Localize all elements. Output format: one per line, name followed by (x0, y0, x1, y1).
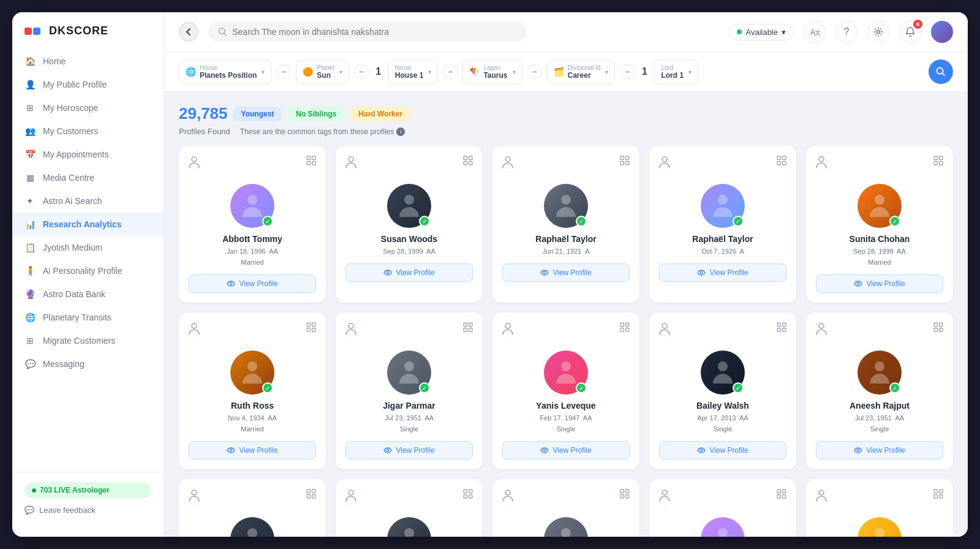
avatar-wrap (544, 517, 588, 537)
results-count: 29,785 (179, 104, 228, 123)
svg-rect-71 (934, 323, 938, 327)
eye-icon (227, 281, 235, 287)
view-profile-button[interactable]: View Profile (816, 441, 943, 460)
profile-card: ··· ✓ (649, 146, 796, 303)
svg-point-26 (561, 195, 571, 205)
view-profile-button[interactable]: View Profile (659, 263, 786, 282)
grid-expand-icon[interactable] (306, 322, 316, 334)
svg-rect-93 (626, 495, 630, 499)
svg-rect-16 (469, 156, 473, 160)
sidebar-item-planetary[interactable]: 🌐 Planetary Transits (12, 306, 164, 329)
content-area: 29,785 Youngest No Siblings Hard Worker … (164, 92, 968, 537)
search-button[interactable] (929, 59, 953, 84)
main-content: Available ▾ A 文 ? (164, 12, 968, 537)
grid-expand-icon[interactable] (306, 156, 316, 167)
sidebar-item-jyotish[interactable]: 📋 Jyotish Medium (12, 236, 164, 259)
verify-badge: ✓ (576, 216, 587, 227)
grid-expand-icon[interactable] (463, 156, 473, 167)
tag-youngest[interactable]: Youngest (233, 107, 283, 121)
svg-point-13 (230, 282, 233, 285)
sidebar-item-research-analytics[interactable]: 📊 Research Analytics (12, 213, 164, 236)
svg-point-69 (701, 449, 703, 452)
sidebar-item-home[interactable]: 🏠 Home (12, 50, 164, 73)
house-minus-btn[interactable]: − (276, 64, 291, 79)
user-avatar[interactable] (931, 21, 953, 43)
help-icon-btn[interactable]: ? (835, 21, 858, 43)
lord-filter-text: Lord Lord 1 (661, 64, 684, 80)
sidebar-item-messaging[interactable]: 💬 Messaging (12, 352, 164, 376)
svg-point-82 (247, 528, 257, 537)
sidebar-item-astro-data[interactable]: 🔮 Astro Data Bank (12, 282, 164, 306)
grid-expand-icon[interactable] (777, 489, 786, 501)
grid-expand-icon[interactable] (777, 156, 786, 167)
view-profile-button[interactable]: View Profile (189, 274, 316, 293)
avatar-wrap: ✓ (858, 184, 902, 228)
svg-point-101 (819, 490, 824, 495)
feedback-item[interactable]: 💬 Leave feedback (24, 505, 151, 515)
svg-rect-44 (312, 323, 316, 327)
back-button[interactable] (179, 22, 198, 42)
grid-expand-icon[interactable] (933, 322, 943, 334)
view-profile-button[interactable]: View Profile (502, 263, 630, 282)
grid-expand-icon[interactable] (463, 322, 473, 334)
translate-icon-btn[interactable]: A 文 (804, 21, 826, 43)
live-astrologer-badge[interactable]: 703 LIVE Astrologer (24, 482, 151, 498)
planet-minus-btn[interactable]: − (354, 64, 369, 79)
grid-expand-icon[interactable] (777, 322, 786, 334)
planet-filter-chevron: ▾ (339, 69, 342, 75)
sidebar-item-public-profile[interactable]: 👤 My Public Profile (12, 73, 164, 96)
svg-point-95 (662, 490, 667, 495)
house2-filter[interactable]: house House 1 ▾ (388, 60, 439, 84)
grid-expand-icon[interactable] (620, 156, 630, 167)
results-row: 29,785 Youngest No Siblings Hard Worker (179, 104, 953, 123)
view-profile-button[interactable]: View Profile (502, 441, 630, 460)
divisional-filter-bottom: Career (568, 71, 601, 80)
view-profile-button[interactable]: View Profile (816, 274, 943, 293)
grid-expand-icon[interactable] (933, 489, 943, 501)
settings-icon-btn[interactable] (867, 21, 889, 43)
profile-name: Jigar Parmar (383, 401, 435, 411)
grid-expand-icon[interactable] (306, 489, 316, 501)
svg-rect-64 (777, 323, 781, 327)
grid-expand-icon[interactable] (620, 489, 630, 501)
sidebar-item-customers[interactable]: 👥 My Customers (12, 119, 164, 143)
view-profile-button[interactable]: View Profile (345, 441, 473, 460)
sidebar-item-astro-ai[interactable]: ✦ Astro Ai Search (12, 189, 164, 213)
lagan-filter-bottom: Taurus (483, 71, 507, 80)
lagan-filter[interactable]: 🪁 Lagan Taurus ▾ (462, 60, 522, 84)
divisional-filter[interactable]: 🗂️ Divisional Id Career ▾ (547, 60, 616, 84)
divisional-minus-btn[interactable]: − (620, 64, 635, 79)
profile-card: ··· ✓ (179, 146, 326, 303)
profile-card: ··· ✓ (806, 146, 953, 303)
tag-siblings[interactable]: No Siblings (287, 107, 345, 121)
eye-icon (697, 447, 706, 453)
view-profile-button[interactable]: View Profile (345, 263, 473, 282)
available-status[interactable]: Available ▾ (729, 24, 794, 40)
sidebar-item-appointments[interactable]: 📅 My Appointments (12, 143, 164, 166)
search-input[interactable] (232, 27, 517, 37)
svg-point-41 (858, 282, 860, 285)
notification-icon-btn[interactable]: 9 (899, 21, 921, 43)
sidebar-item-ai-personality[interactable]: 🧍 Ai Personality Profile (12, 259, 164, 282)
eye-icon (540, 447, 549, 453)
view-profile-button[interactable]: View Profile (189, 441, 316, 460)
lagan-minus-btn[interactable]: − (527, 64, 542, 79)
view-profile-button[interactable]: View Profile (659, 441, 786, 460)
svg-point-61 (561, 362, 571, 371)
data-icon: 🔮 (24, 289, 36, 300)
eye-icon (227, 447, 235, 453)
tag-worker[interactable]: Hard Worker (350, 107, 411, 121)
grid-expand-icon[interactable] (933, 156, 943, 167)
svg-rect-36 (934, 156, 938, 160)
house-filter[interactable]: 🌐 House Planets Position ▾ (179, 60, 271, 84)
planet-filter[interactable]: 🟠 Planet Sun ▾ (296, 60, 349, 84)
grid-expand-icon[interactable] (620, 322, 630, 334)
sidebar-item-horoscope[interactable]: ⊞ My Horoscope (12, 96, 164, 119)
sidebar-item-media-centre[interactable]: ▦ Media Centre (12, 166, 164, 189)
lord-filter[interactable]: Lord Lord 1 ▾ (654, 60, 698, 84)
house2-minus-btn[interactable]: − (443, 64, 458, 79)
svg-rect-104 (934, 495, 938, 499)
verify-badge: ✓ (419, 216, 430, 227)
grid-expand-icon[interactable] (463, 489, 473, 501)
sidebar-item-migrate[interactable]: ⊞ Migrate Customers (12, 329, 164, 352)
